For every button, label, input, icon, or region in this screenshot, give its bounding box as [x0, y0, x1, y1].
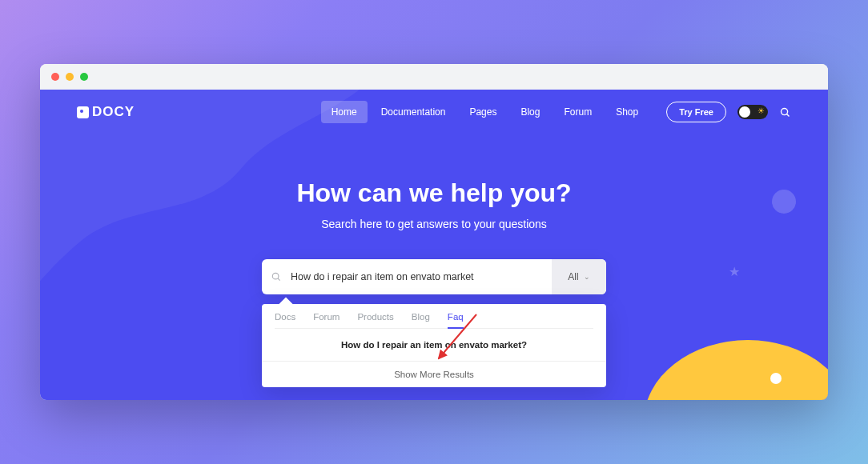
- results-tab-faq[interactable]: Faq: [448, 312, 464, 322]
- search-container: All ⌄ Docs Forum Products Blog Faq How d…: [262, 259, 606, 387]
- hero-title: How can we help you?: [40, 178, 828, 208]
- brand-name: DOCY: [92, 104, 135, 120]
- site-hero: ★ DOCY Home Documentation Pages Blog For…: [40, 90, 828, 400]
- results-tab-products[interactable]: Products: [357, 312, 393, 322]
- hero-subtitle: Search here to get answers to your quest…: [40, 218, 828, 230]
- results-tab-forum[interactable]: Forum: [313, 312, 340, 322]
- search-icon: [262, 259, 291, 294]
- search-input[interactable]: [291, 259, 552, 294]
- svg-line-1: [787, 114, 790, 116]
- result-item[interactable]: How do I repair an item on envato market…: [275, 329, 593, 361]
- top-nav: DOCY Home Documentation Pages Blog Forum…: [40, 90, 828, 134]
- show-more-button[interactable]: Show More Results: [262, 361, 606, 387]
- close-window-icon[interactable]: [51, 73, 59, 81]
- sun-icon: ☀: [757, 106, 765, 115]
- svg-point-2: [272, 273, 279, 279]
- theme-toggle[interactable]: ☀: [737, 105, 768, 119]
- search-filter-dropdown[interactable]: All ⌄: [552, 259, 606, 294]
- minimize-window-icon[interactable]: [66, 73, 74, 81]
- search-filter-value: All: [568, 271, 578, 282]
- nav-item-pages[interactable]: Pages: [459, 101, 507, 123]
- results-tab-blog[interactable]: Blog: [412, 312, 430, 322]
- nav-item-shop[interactable]: Shop: [605, 101, 649, 123]
- browser-window: ★ DOCY Home Documentation Pages Blog For…: [40, 64, 828, 400]
- brand-logo[interactable]: DOCY: [77, 104, 135, 120]
- svg-point-0: [782, 108, 788, 114]
- window-titlebar: [40, 64, 828, 90]
- logo-icon: [77, 106, 89, 118]
- nav-item-documentation[interactable]: Documentation: [371, 101, 456, 123]
- chevron-down-icon: ⌄: [584, 273, 590, 281]
- nav-item-forum[interactable]: Forum: [553, 101, 602, 123]
- try-free-button[interactable]: Try Free: [666, 102, 726, 122]
- nav-menu: Home Documentation Pages Blog Forum Shop: [321, 101, 649, 123]
- search-results-panel: Docs Forum Products Blog Faq How do I re…: [262, 304, 606, 387]
- nav-item-home[interactable]: Home: [321, 101, 368, 123]
- nav-item-blog[interactable]: Blog: [510, 101, 550, 123]
- toggle-knob: [739, 106, 750, 118]
- svg-line-3: [278, 278, 280, 281]
- search-bar: All ⌄: [262, 259, 606, 294]
- nav-actions: Try Free ☀: [666, 102, 791, 122]
- maximize-window-icon[interactable]: [80, 73, 88, 81]
- hero-section: How can we help you? Search here to get …: [40, 134, 828, 387]
- results-tab-docs[interactable]: Docs: [275, 312, 295, 322]
- nav-search-icon[interactable]: [779, 106, 791, 118]
- results-tabs: Docs Forum Products Blog Faq: [275, 312, 593, 329]
